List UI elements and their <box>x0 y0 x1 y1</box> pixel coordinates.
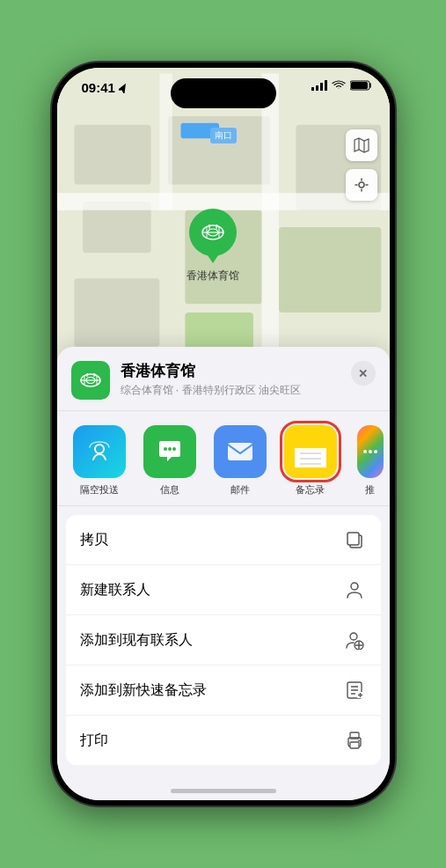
map-label-text: 南口 <box>215 130 232 140</box>
more-icon <box>357 425 384 478</box>
svg-point-51 <box>351 583 358 590</box>
svg-rect-14 <box>57 193 390 210</box>
venue-map-label: 香港体育馆 <box>186 268 239 283</box>
battery-icon <box>350 80 372 91</box>
action-item-print[interactable]: 打印 <box>66 716 381 765</box>
share-row: 隔空投送 信息 <box>57 411 390 506</box>
svg-rect-1 <box>316 85 318 91</box>
venue-pin-circle <box>189 209 237 256</box>
svg-rect-5 <box>351 82 368 89</box>
svg-point-46 <box>363 450 367 453</box>
map-controls[interactable] <box>346 129 377 201</box>
sheet-bottom-spacing <box>57 774 390 800</box>
svg-point-52 <box>350 633 357 640</box>
svg-rect-0 <box>311 87 314 91</box>
more-symbol <box>362 443 379 460</box>
svg-rect-3 <box>325 80 327 91</box>
svg-point-38 <box>168 447 172 451</box>
svg-point-47 <box>369 450 372 453</box>
action-item-new-contact[interactable]: 新建联系人 <box>66 565 381 615</box>
person-add-symbol <box>345 630 364 650</box>
copy-label: 拷贝 <box>80 531 108 549</box>
new-contact-label: 新建联系人 <box>80 581 150 600</box>
messages-label: 信息 <box>160 483 179 497</box>
svg-rect-41 <box>295 436 326 448</box>
venue-subtitle: 综合体育馆 · 香港特别行政区 油尖旺区 <box>121 383 340 398</box>
mail-icon <box>214 425 267 478</box>
more-label: 推 <box>365 483 375 497</box>
share-item-mail[interactable]: 邮件 <box>212 425 268 497</box>
quick-note-icon <box>342 678 367 702</box>
add-contact-icon <box>342 628 367 652</box>
note-symbol <box>345 680 364 700</box>
status-bar: 09:41 <box>57 68 390 112</box>
action-list: 拷贝 新建联系人 <box>66 515 381 765</box>
home-indicator <box>171 789 276 793</box>
svg-rect-7 <box>74 125 150 185</box>
svg-rect-10 <box>74 278 159 347</box>
svg-rect-40 <box>228 443 252 460</box>
print-label: 打印 <box>80 732 108 750</box>
airdrop-symbol <box>86 438 113 465</box>
share-item-notes[interactable]: 备忘录 <box>282 425 339 497</box>
svg-rect-64 <box>350 742 359 748</box>
signal-icon <box>311 80 327 91</box>
svg-point-21 <box>359 182 364 188</box>
share-item-more[interactable]: 推 <box>353 425 388 497</box>
print-symbol <box>345 731 364 750</box>
close-button[interactable]: ✕ <box>351 361 376 386</box>
venue-title: 香港体育馆 <box>121 361 340 381</box>
map-type-icon <box>354 137 369 153</box>
share-item-airdrop[interactable]: 隔空投送 <box>71 425 128 497</box>
airdrop-label: 隔空投送 <box>80 483 119 497</box>
messages-symbol <box>156 438 184 466</box>
action-item-copy[interactable]: 拷贝 <box>66 515 381 565</box>
mail-symbol <box>226 441 254 462</box>
copy-symbol <box>345 530 364 549</box>
svg-rect-42 <box>295 448 326 467</box>
venue-info: 香港体育馆 综合体育馆 · 香港特别行政区 油尖旺区 <box>121 361 340 398</box>
action-item-quick-note[interactable]: 添加到新快速备忘录 <box>66 666 381 716</box>
wifi-icon <box>332 80 346 91</box>
add-contact-label: 添加到现有联系人 <box>80 631 193 650</box>
svg-rect-12 <box>279 227 381 313</box>
phone-frame: 09:41 <box>52 63 395 805</box>
new-contact-icon <box>342 577 367 602</box>
mail-label: 邮件 <box>230 483 250 497</box>
venue-sheet-stadium-icon <box>78 368 103 393</box>
copy-icon <box>342 527 367 552</box>
svg-point-66 <box>358 740 360 742</box>
location-arrow-icon <box>119 83 128 93</box>
svg-point-37 <box>164 447 167 451</box>
svg-point-39 <box>172 447 176 451</box>
notes-symbol <box>295 436 326 467</box>
quick-note-label: 添加到新快速备忘录 <box>80 681 207 700</box>
map-north-gate-label: 南口 <box>210 128 237 143</box>
time-text: 09:41 <box>82 80 115 95</box>
svg-point-48 <box>374 450 377 453</box>
stadium-icon <box>200 219 226 246</box>
location-icon <box>355 178 369 192</box>
sheet-header: 香港体育馆 综合体育馆 · 香港特别行政区 油尖旺区 ✕ <box>57 347 390 411</box>
share-item-messages[interactable]: 信息 <box>142 425 198 497</box>
location-button[interactable] <box>346 169 377 201</box>
notes-icon <box>284 425 337 478</box>
print-icon <box>342 728 367 753</box>
map-type-button[interactable] <box>346 129 377 161</box>
action-item-add-contact[interactable]: 添加到现有联系人 <box>66 615 381 666</box>
close-icon: ✕ <box>358 367 368 380</box>
messages-icon <box>143 425 196 478</box>
venue-sheet-icon <box>71 361 110 400</box>
status-time: 09:41 <box>82 80 128 95</box>
notes-label: 备忘录 <box>296 483 325 497</box>
bottom-sheet: 香港体育馆 综合体育馆 · 香港特别行政区 油尖旺区 ✕ <box>57 347 390 800</box>
airdrop-icon <box>73 425 126 478</box>
phone-screen: 09:41 <box>57 68 390 800</box>
venue-pin: 香港体育馆 <box>186 209 239 283</box>
svg-point-36 <box>95 445 104 453</box>
dynamic-island <box>171 78 276 108</box>
svg-rect-50 <box>347 533 359 545</box>
person-symbol <box>345 580 364 600</box>
status-bar-right <box>311 80 372 91</box>
svg-rect-2 <box>320 83 323 91</box>
